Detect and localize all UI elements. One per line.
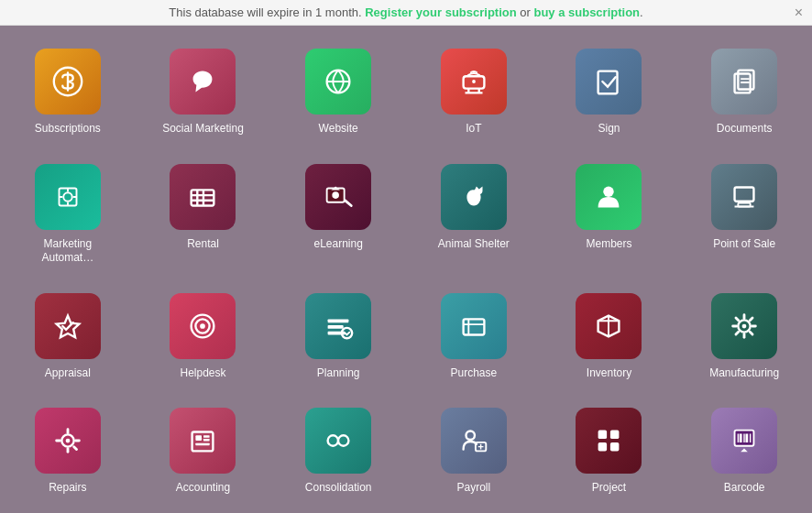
apps-grid: Subscriptions Social Marketing Website — [0, 26, 812, 513]
app-icon-manufacturing — [711, 293, 777, 359]
app-label-point-of-sale: Point of Sale — [713, 237, 775, 252]
svg-point-51 — [328, 436, 338, 446]
app-manufacturing[interactable]: Manufacturing — [676, 279, 812, 395]
svg-point-52 — [338, 436, 348, 446]
app-helpdesk[interactable]: Helpdesk — [136, 279, 271, 395]
app-label-subscriptions: Subscriptions — [35, 122, 101, 136]
app-members[interactable]: Members — [542, 150, 677, 279]
app-icon-social-marketing — [170, 49, 236, 115]
app-label-consolidation: Consolidation — [305, 481, 372, 496]
app-planning[interactable]: Planning — [270, 279, 406, 395]
app-purchase[interactable]: Purchase — [406, 279, 542, 395]
svg-rect-8 — [598, 71, 618, 94]
app-icon-subscriptions — [35, 49, 101, 115]
app-icon-sign — [576, 49, 642, 115]
app-app-row3-5[interactable] — [542, 509, 677, 513]
app-sign[interactable]: Sign — [542, 35, 677, 150]
svg-rect-47 — [203, 436, 210, 438]
app-icon-barcode — [711, 408, 777, 474]
app-icon-purchase — [441, 293, 507, 359]
top-banner: This database will expire in 1 month. Re… — [0, 0, 812, 26]
app-icon-accounting — [170, 408, 236, 474]
app-social-marketing[interactable]: Social Marketing — [136, 35, 271, 150]
app-icon-documents — [711, 49, 777, 115]
app-icon-website — [305, 49, 371, 115]
svg-point-14 — [63, 192, 72, 202]
app-icon-inventory — [576, 293, 642, 359]
app-icon-members — [576, 164, 642, 230]
app-website[interactable]: Website — [270, 35, 406, 150]
app-elearning[interactable]: eLearning — [270, 150, 406, 279]
app-rental[interactable]: Rental — [136, 150, 271, 279]
svg-rect-34 — [328, 319, 349, 322]
svg-point-53 — [466, 431, 475, 441]
app-icon-rental — [170, 164, 236, 230]
app-label-manufacturing: Manufacturing — [709, 366, 779, 381]
app-label-website: Website — [319, 122, 358, 136]
app-label-appraisal: Appraisal — [45, 366, 91, 381]
svg-rect-57 — [598, 431, 608, 440]
app-icon-marketing-automation — [35, 164, 101, 230]
app-documents[interactable]: Documents — [676, 35, 812, 150]
app-accounting[interactable]: Accounting — [136, 394, 271, 509]
app-label-members: Members — [586, 237, 631, 252]
app-label-inventory: Inventory — [587, 366, 631, 381]
app-label-documents: Documents — [717, 122, 773, 136]
svg-rect-49 — [196, 443, 210, 445]
svg-point-26 — [333, 191, 340, 199]
app-label-barcode: Barcode — [724, 481, 765, 496]
app-label-purchase: Purchase — [450, 366, 497, 381]
app-icon-helpdesk — [170, 293, 236, 359]
app-appraisal[interactable]: Appraisal — [0, 279, 136, 395]
app-consolidation[interactable]: Consolidation — [270, 394, 406, 509]
app-app-row3-2[interactable] — [136, 509, 271, 513]
app-label-accounting: Accounting — [176, 481, 230, 496]
app-label-project: Project — [592, 481, 626, 496]
app-marketing-automation[interactable]: Marketing Automat… — [0, 150, 136, 279]
svg-rect-60 — [610, 442, 620, 452]
app-label-rental: Rental — [187, 237, 219, 252]
app-icon-repairs — [35, 408, 101, 474]
svg-point-7 — [472, 80, 476, 83]
svg-point-33 — [201, 323, 206, 329]
app-app-row3-1[interactable] — [0, 509, 136, 513]
svg-rect-58 — [610, 431, 620, 440]
app-label-elearning: eLearning — [313, 237, 362, 252]
register-link[interactable]: Register your subscription — [365, 5, 516, 19]
app-inventory[interactable]: Inventory — [542, 279, 677, 395]
app-label-helpdesk: Helpdesk — [180, 366, 225, 381]
svg-rect-48 — [203, 439, 210, 441]
app-app-row3-6[interactable] — [676, 509, 812, 513]
app-label-animal-shelter: Animal Shelter — [438, 237, 510, 252]
app-label-social-marketing: Social Marketing — [162, 122, 244, 136]
app-label-planning: Planning — [317, 366, 360, 381]
svg-point-44 — [65, 439, 70, 443]
app-iot[interactable]: IoT — [406, 35, 542, 150]
app-icon-planning — [305, 293, 371, 359]
app-icon-elearning — [305, 164, 371, 230]
svg-rect-46 — [196, 436, 203, 442]
app-icon-animal-shelter — [441, 164, 507, 230]
app-subscriptions[interactable]: Subscriptions — [0, 35, 136, 150]
app-label-iot: IoT — [466, 122, 481, 136]
svg-rect-35 — [328, 325, 344, 329]
app-app-row3-4[interactable] — [406, 509, 542, 513]
svg-point-42 — [742, 323, 747, 328]
app-icon-consolidation — [305, 408, 371, 474]
app-icon-payroll — [441, 408, 507, 474]
app-app-row3-3[interactable] — [270, 509, 406, 513]
app-label-marketing-automation: Marketing Automat… — [27, 237, 109, 266]
app-icon-appraisal — [35, 293, 101, 359]
app-point-of-sale[interactable]: Point of Sale — [676, 150, 812, 279]
app-payroll[interactable]: Payroll — [406, 394, 542, 509]
close-banner-button[interactable]: × — [795, 5, 803, 21]
app-label-payroll: Payroll — [456, 481, 490, 496]
buy-link[interactable]: buy a subscription — [533, 5, 640, 19]
app-animal-shelter[interactable]: Animal Shelter — [406, 150, 542, 279]
svg-rect-28 — [735, 187, 754, 201]
app-repairs[interactable]: Repairs — [0, 394, 136, 509]
app-label-sign: Sign — [598, 122, 620, 136]
app-icon-project — [576, 408, 642, 474]
app-barcode[interactable]: Barcode — [676, 394, 812, 509]
app-project[interactable]: Project — [542, 394, 677, 509]
